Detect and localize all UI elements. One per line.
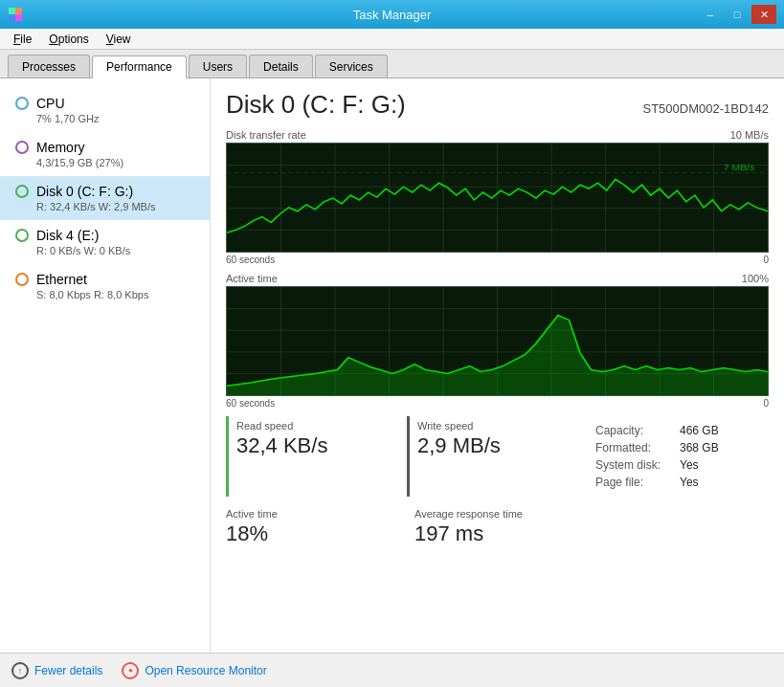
read-speed-value: 32,4 KB/s [236,433,399,458]
capacity-val: 466 GB [680,424,719,437]
avg-response-stat: Average response time 197 ms [407,504,588,550]
disk-title: Disk 0 (C: F: G:) [226,90,406,120]
memory-label: Memory [36,140,85,155]
window-title: Task Manager [353,8,432,22]
memory-status-dot [15,141,29,154]
active-time-label: Active time [226,508,399,520]
main-content: CPU 7% 1,70 GHz Memory 4,3/15,9 GB (27%)… [0,78,784,653]
tab-performance[interactable]: Performance [92,55,187,78]
svg-rect-1 [15,8,22,14]
active-time-stat: Active time 18% [226,504,407,550]
tab-processes[interactable]: Processes [8,55,90,78]
avg-response-label: Average response time [414,508,580,520]
disk0-label: Disk 0 (C: F: G:) [36,184,133,199]
disk4-label: Disk 4 (E:) [36,228,99,243]
chart2-time-left: 60 seconds [226,398,275,409]
ethernet-label: Ethernet [36,272,87,287]
tab-users[interactable]: Users [189,55,247,78]
sidebar-item-disk4[interactable]: Disk 4 (E:) R: 0 KB/s W: 0 KB/s [0,220,210,264]
disk-model: ST500DM002-1BD142 [642,101,769,116]
systemdisk-key: System disk: [595,458,672,472]
cpu-status-dot [15,97,29,110]
chart1-max: 10 MB/s [730,129,769,141]
active-time-chart [226,286,769,396]
open-monitor-button[interactable]: ● Open Resource Monitor [122,662,266,679]
pagefile-key: Page file: [595,476,672,489]
ethernet-status-dot [15,273,29,286]
close-button[interactable]: ✕ [751,5,776,24]
open-monitor-icon: ● [122,662,139,679]
svg-text:7 MB/s: 7 MB/s [724,163,754,172]
pagefile-val: Yes [680,476,699,489]
transfer-rate-section: Disk transfer rate 10 MB/s [226,129,769,265]
chart1-time-right: 0 [763,255,769,265]
maximize-button[interactable]: □ [725,5,750,24]
tab-bar: Processes Performance Users Details Serv… [0,50,784,78]
stats-grid-2: Active time 18% Average response time 19… [226,504,769,550]
formatted-val: 368 GB [680,441,719,454]
disk0-status-dot [15,185,29,198]
menu-options[interactable]: Options [41,31,96,48]
app-icon [8,7,23,22]
tab-details[interactable]: Details [249,55,313,78]
sidebar-item-cpu[interactable]: CPU 7% 1,70 GHz [0,88,210,132]
menu-file[interactable]: File [6,31,39,48]
transfer-rate-chart: 7 MB/s [226,143,769,253]
svg-rect-3 [15,14,22,21]
chart2-label: Active time [226,273,278,284]
active-time-section: Active time 100% [226,273,769,409]
memory-detail: 4,3/15,9 GB (27%) [36,157,194,168]
svg-rect-0 [9,8,15,14]
write-speed-value: 2,9 MB/s [417,433,580,458]
cpu-label: CPU [36,96,65,111]
minimize-button[interactable]: – [698,5,723,24]
ethernet-detail: S: 8,0 Kbps R: 8,0 Kbps [36,289,194,300]
tab-services[interactable]: Services [315,55,388,78]
disk0-detail: R: 32,4 KB/s W: 2,9 MB/s [36,201,194,212]
bottom-bar: ↑ Fewer details ● Open Resource Monitor [0,653,784,687]
avg-response-value: 197 ms [414,521,580,546]
write-speed-label: Write speed [417,420,580,432]
chart1-time-left: 60 seconds [226,255,275,265]
window-controls: – □ ✕ [698,5,776,24]
chart2-time-right: 0 [763,398,769,409]
systemdisk-val: Yes [680,458,699,472]
read-speed-label: Read speed [236,420,399,432]
active-time-value: 18% [226,521,399,546]
chart2-max: 100% [742,273,769,284]
menu-view[interactable]: View [99,31,139,48]
fewer-details-icon: ↑ [11,662,29,679]
title-bar: Task Manager – □ ✕ [0,0,784,29]
svg-rect-2 [9,14,15,21]
disk4-status-dot [15,229,29,242]
fewer-details-label: Fewer details [34,664,102,677]
menu-bar: File Options View [0,29,784,50]
fewer-details-button[interactable]: ↑ Fewer details [11,662,102,679]
detail-panel: Disk 0 (C: F: G:) ST500DM002-1BD142 Disk… [211,78,784,653]
disk-info-stat: Capacity: 466 GB Formatted: 368 GB Syste… [588,416,769,497]
sidebar-item-disk0[interactable]: Disk 0 (C: F: G:) R: 32,4 KB/s W: 2,9 MB… [0,176,210,220]
cpu-detail: 7% 1,70 GHz [36,113,194,124]
write-speed-stat: Write speed 2,9 MB/s [407,416,588,497]
read-speed-stat: Read speed 32,4 KB/s [226,416,407,497]
title-bar-left [8,7,23,22]
disk4-detail: R: 0 KB/s W: 0 KB/s [36,245,194,256]
chart1-label: Disk transfer rate [226,129,306,141]
formatted-key: Formatted: [595,441,672,454]
disk-title-row: Disk 0 (C: F: G:) ST500DM002-1BD142 [226,90,769,120]
sidebar: CPU 7% 1,70 GHz Memory 4,3/15,9 GB (27%)… [0,78,211,653]
sidebar-item-memory[interactable]: Memory 4,3/15,9 GB (27%) [0,132,210,176]
open-monitor-label: Open Resource Monitor [145,664,266,677]
sidebar-item-ethernet[interactable]: Ethernet S: 8,0 Kbps R: 8,0 Kbps [0,264,210,308]
capacity-key: Capacity: [595,424,672,437]
stats-grid: Read speed 32,4 KB/s Write speed 2,9 MB/… [226,416,769,497]
